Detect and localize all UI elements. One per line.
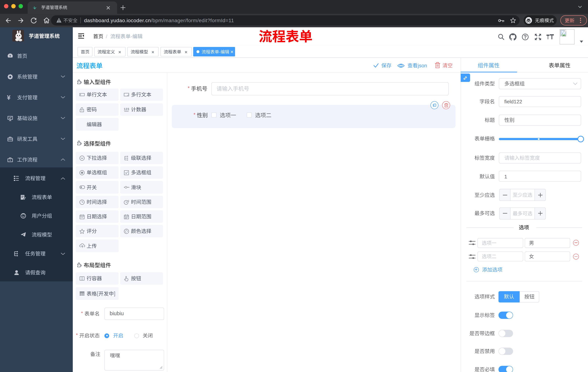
svg-text:123: 123 xyxy=(124,107,129,111)
